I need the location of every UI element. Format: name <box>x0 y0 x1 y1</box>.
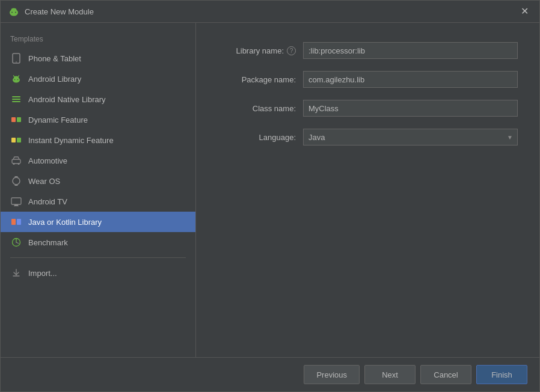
sidebar-item-android-native[interactable]: Android Native Library <box>1 89 195 109</box>
instant-dynamic-icon <box>10 134 22 146</box>
svg-rect-17 <box>11 117 16 122</box>
svg-point-23 <box>18 163 20 165</box>
dialog-footer: Previous Next Cancel Finish <box>1 357 539 391</box>
next-button[interactable]: Next <box>364 365 416 384</box>
import-icon <box>10 267 22 279</box>
language-label: Language: <box>218 133 296 142</box>
language-select-wrapper: Java Kotlin ▼ <box>303 129 518 145</box>
language-row: Language: Java Kotlin ▼ <box>218 129 518 145</box>
sidebar-label-wear-os: Wear OS <box>28 177 60 186</box>
title-bar: Create New Module ✕ <box>1 1 539 23</box>
sidebar-divider <box>10 257 186 258</box>
sidebar-section-label: Templates <box>1 32 195 48</box>
sidebar-item-instant-dynamic[interactable]: Instant Dynamic Feature <box>1 130 195 150</box>
svg-rect-19 <box>11 138 16 142</box>
wear-os-icon <box>10 175 22 187</box>
svg-rect-21 <box>12 159 20 164</box>
java-kotlin-icon <box>10 216 22 228</box>
automotive-icon <box>10 155 22 167</box>
svg-rect-26 <box>15 185 18 186</box>
android-native-icon <box>10 93 22 105</box>
sidebar-item-phone-tablet[interactable]: Phone & Tablet <box>1 48 195 69</box>
sidebar-label-automotive: Automotive <box>28 156 67 165</box>
sidebar-item-android-tv[interactable]: Android TV <box>1 191 195 212</box>
main-panel: Library name: ? Package name: Class name… <box>196 23 539 357</box>
previous-button[interactable]: Previous <box>304 365 360 384</box>
sidebar-label-android-native: Android Native Library <box>28 95 106 104</box>
sidebar-item-benchmark[interactable]: Benchmark <box>1 232 195 253</box>
svg-rect-16 <box>12 101 20 102</box>
svg-point-9 <box>14 79 16 81</box>
package-name-row: Package name: <box>218 71 518 88</box>
svg-point-22 <box>13 163 15 165</box>
svg-rect-27 <box>11 198 21 204</box>
cancel-button[interactable]: Cancel <box>420 365 471 384</box>
package-name-label: Package name: <box>218 75 296 84</box>
sidebar-label-android-library: Android Library <box>28 75 81 84</box>
sidebar-label-instant-dynamic: Instant Dynamic Feature <box>28 136 114 145</box>
svg-rect-20 <box>17 138 21 142</box>
android-library-icon <box>10 73 22 85</box>
sidebar-item-wear-os[interactable]: Wear OS <box>1 171 195 191</box>
class-name-label: Class name: <box>218 104 296 113</box>
svg-rect-18 <box>17 117 21 122</box>
sidebar-item-android-library[interactable]: Android Library <box>1 69 195 89</box>
svg-point-7 <box>16 61 17 63</box>
svg-point-5 <box>11 8 17 12</box>
sidebar-item-java-kotlin[interactable]: Java or Kotlin Library <box>1 212 195 232</box>
sidebar-label-benchmark: Benchmark <box>28 238 68 247</box>
phone-icon <box>10 52 22 64</box>
sidebar: Templates Phone & Tablet <box>1 23 196 357</box>
benchmark-icon <box>10 236 22 248</box>
svg-rect-28 <box>14 204 18 206</box>
svg-line-12 <box>14 76 14 77</box>
svg-rect-14 <box>12 96 20 97</box>
language-select[interactable]: Java Kotlin <box>303 129 518 145</box>
class-name-input[interactable] <box>303 100 518 117</box>
svg-rect-25 <box>15 176 18 177</box>
package-name-input[interactable] <box>303 71 518 88</box>
svg-rect-31 <box>17 219 21 225</box>
sidebar-label-android-tv: Android TV <box>28 197 67 206</box>
sidebar-item-automotive[interactable]: Automotive <box>1 150 195 171</box>
title-bar-left: Create New Module <box>8 5 94 17</box>
library-name-input[interactable] <box>303 42 518 59</box>
create-new-module-dialog: Create New Module ✕ Templates Phone & Ta… <box>0 0 540 392</box>
dynamic-feature-icon <box>10 114 22 126</box>
svg-point-1 <box>11 12 13 13</box>
svg-point-11 <box>14 76 19 79</box>
svg-point-10 <box>17 79 19 81</box>
svg-line-13 <box>19 76 19 77</box>
svg-rect-30 <box>11 219 16 225</box>
sidebar-label-import: Import... <box>28 269 57 278</box>
dialog-content: Templates Phone & Tablet <box>1 23 539 357</box>
sidebar-label-phone-tablet: Phone & Tablet <box>28 54 81 63</box>
finish-button[interactable]: Finish <box>476 365 527 384</box>
library-name-label: Library name: ? <box>218 46 296 55</box>
dialog-title: Create New Module <box>25 7 94 16</box>
sidebar-label-dynamic-feature: Dynamic Feature <box>28 115 88 124</box>
svg-rect-29 <box>14 206 19 206</box>
close-button[interactable]: ✕ <box>517 5 532 17</box>
sidebar-item-dynamic-feature[interactable]: Dynamic Feature <box>1 109 195 130</box>
library-name-row: Library name: ? <box>218 42 518 59</box>
class-name-row: Class name: <box>218 100 518 117</box>
sidebar-label-java-kotlin: Java or Kotlin Library <box>28 218 102 227</box>
android-logo-icon <box>8 5 20 17</box>
android-tv-icon <box>10 195 22 207</box>
library-name-help-icon[interactable]: ? <box>287 46 296 55</box>
svg-point-24 <box>13 177 20 185</box>
svg-point-2 <box>15 12 16 13</box>
sidebar-item-import[interactable]: Import... <box>1 263 195 283</box>
svg-rect-15 <box>12 99 20 100</box>
